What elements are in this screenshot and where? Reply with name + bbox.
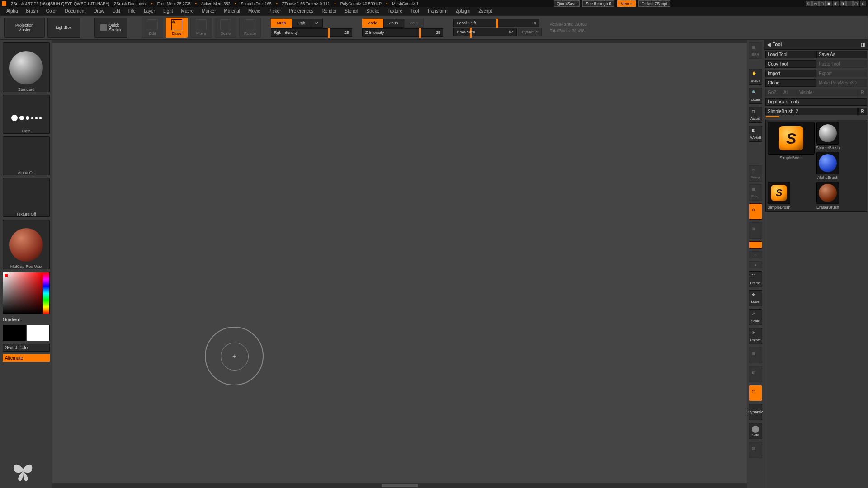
canvas-top-track[interactable]: [52, 40, 747, 43]
bpr-button[interactable]: ▦BPR: [749, 42, 762, 59]
menu-item[interactable]: Edit: [109, 9, 124, 14]
ghost-button[interactable]: ▢: [749, 385, 762, 401]
m-button[interactable]: M: [311, 19, 323, 28]
menu-item[interactable]: Stencil: [341, 9, 362, 14]
win-btn[interactable]: ▣: [826, 1, 832, 6]
menu-item[interactable]: Transform: [423, 9, 451, 14]
menu-item[interactable]: File: [125, 9, 139, 14]
menu-item[interactable]: Material: [221, 9, 244, 14]
mrgb-button[interactable]: Mrgb: [271, 19, 292, 28]
menu-item[interactable]: Macro: [178, 9, 198, 14]
draw-size-slider[interactable]: Draw Size64: [453, 28, 517, 36]
gradient-label[interactable]: Gradient: [3, 317, 50, 322]
tool-thumb-eraser[interactable]: EraserBrush: [816, 182, 839, 210]
zcut-button[interactable]: Zcut: [404, 19, 424, 28]
material-thumbnail[interactable]: MatCap Red Wax: [3, 220, 50, 269]
win-btn[interactable]: ◨: [840, 1, 846, 6]
transp-button[interactable]: ◐: [749, 366, 762, 382]
rotate-mode-button[interactable]: Rotate: [239, 18, 261, 38]
xpose-button[interactable]: ⊡: [749, 442, 762, 458]
menu-item[interactable]: Texture: [384, 9, 406, 14]
brush-thumbnail[interactable]: Standard: [3, 42, 50, 92]
close-icon[interactable]: ✕: [860, 1, 866, 6]
dynamic-button[interactable]: Dynamic: [518, 28, 542, 36]
copy-tool-button[interactable]: Copy Tool: [765, 60, 816, 68]
move-mode-button[interactable]: Move: [190, 18, 212, 38]
default-zscript[interactable]: DefaultZScript: [638, 0, 670, 7]
zoom-button[interactable]: 🔍Zoom: [749, 88, 762, 104]
lightbox-button[interactable]: LightBox: [47, 18, 80, 38]
menu-item[interactable]: Tool: [407, 9, 422, 14]
z-intensity-slider[interactable]: Z Intensity25: [362, 28, 443, 37]
save-as-button[interactable]: Save As: [816, 51, 867, 58]
tool-panel-header[interactable]: ◀ Tool ◨: [764, 40, 868, 50]
clone-button[interactable]: Clone: [765, 79, 816, 87]
make-polymesh-button[interactable]: Make PolyMesh3D: [816, 79, 867, 87]
tool-thumb-large[interactable]: S SimpleBrush: [768, 122, 815, 180]
menu-item[interactable]: Color: [42, 9, 61, 14]
move-view-button[interactable]: ✥Move: [749, 290, 762, 306]
tool-thumb-alpha[interactable]: AlphaBrush: [816, 152, 839, 180]
goz-all-button[interactable]: All: [781, 89, 797, 96]
secondary-color-swatch[interactable]: [27, 325, 50, 341]
solo-button[interactable]: Solo: [749, 423, 762, 439]
scroll-button[interactable]: ✋Scroll: [749, 69, 762, 85]
win-btn[interactable]: ▭: [812, 1, 819, 6]
menu-item[interactable]: Stroke: [363, 9, 383, 14]
alpha-thumbnail[interactable]: Alpha Off: [3, 136, 50, 175]
menu-item[interactable]: Marker: [198, 9, 219, 14]
goz-button[interactable]: GoZ: [765, 89, 781, 96]
tool-thumb-simple2[interactable]: SSimpleBrush: [768, 182, 790, 210]
menu-item[interactable]: Render: [318, 9, 340, 14]
menu-item[interactable]: Light: [160, 9, 177, 14]
goz-visible-button[interactable]: Visible: [797, 89, 858, 96]
focal-shift-slider[interactable]: Focal Shift0: [453, 19, 539, 27]
paste-tool-button[interactable]: Paste Tool: [816, 60, 867, 68]
document-canvas[interactable]: +: [53, 44, 746, 483]
xyz-button[interactable]: ●: [749, 261, 762, 268]
load-tool-button[interactable]: Load Tool: [765, 51, 816, 58]
canvas-bottom-track[interactable]: [52, 483, 747, 488]
menu-item[interactable]: Zplugin: [452, 9, 474, 14]
menu-item[interactable]: Preferences: [286, 9, 317, 14]
menu-item[interactable]: Picker: [265, 9, 285, 14]
frame-button[interactable]: ⛶Frame: [749, 271, 762, 287]
tool-r-button[interactable]: R: [858, 108, 867, 115]
draw-mode-button[interactable]: ✥Draw: [166, 18, 188, 38]
scale-mode-button[interactable]: Scale: [215, 18, 236, 38]
goz-r-button[interactable]: R: [858, 89, 867, 96]
texture-thumbnail[interactable]: Texture Off: [3, 178, 50, 217]
maximize-icon[interactable]: ▢: [853, 1, 859, 6]
win-btn[interactable]: ◧: [833, 1, 839, 6]
export-button[interactable]: Export: [816, 70, 867, 77]
menu-item[interactable]: Movie: [245, 9, 264, 14]
lightbox-tools-link[interactable]: Lightbox › Tools: [765, 98, 867, 106]
scale-view-button[interactable]: ⤢Scale: [749, 309, 762, 325]
quicksave-button[interactable]: QuickSave: [554, 0, 580, 7]
projection-master-button[interactable]: Projection Master: [4, 18, 45, 38]
see-through-slider[interactable]: See-through 0: [582, 0, 614, 7]
alternate-button[interactable]: Alternate: [3, 354, 50, 362]
dynamic-view-button[interactable]: Dynamic: [749, 404, 762, 420]
menu-item[interactable]: Layer: [140, 9, 159, 14]
color-picker[interactable]: [3, 272, 50, 314]
lconst-button[interactable]: ⊞: [749, 222, 762, 239]
zsub-button[interactable]: Zsub: [383, 19, 404, 28]
rgb-intensity-slider[interactable]: Rgb Intensity25: [271, 28, 352, 37]
xyzconst-button[interactable]: ○: [749, 251, 762, 258]
zadd-button[interactable]: Zadd: [362, 19, 383, 28]
menu-item[interactable]: Brush: [23, 9, 42, 14]
stroke-thumbnail[interactable]: Dots: [3, 95, 50, 134]
tool-thumb-sphere[interactable]: SphereBrush: [816, 122, 839, 150]
menu-item[interactable]: Draw: [90, 9, 108, 14]
menu-item[interactable]: Alpha: [3, 9, 22, 14]
rgb-button[interactable]: Rgb: [292, 19, 311, 28]
quick-sketch-button[interactable]: Quick Sketch: [94, 18, 127, 38]
win-btn[interactable]: ▢: [819, 1, 826, 6]
floor-button[interactable]: ▦Floor: [749, 184, 762, 201]
actual-button[interactable]: ◻Actual: [749, 107, 762, 123]
edit-mode-button[interactable]: Edit: [142, 18, 163, 38]
lsym-button[interactable]: [749, 241, 762, 249]
polyf-button[interactable]: ▦: [749, 347, 762, 363]
menus-toggle[interactable]: Menus: [617, 0, 636, 7]
